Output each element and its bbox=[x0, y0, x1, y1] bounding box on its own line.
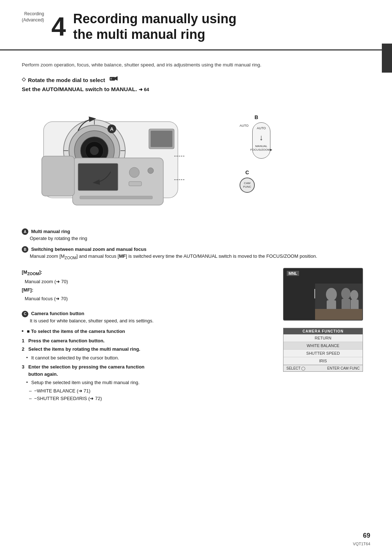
control-c: C CAM FUNC bbox=[240, 170, 255, 193]
auto-label: AUTO bbox=[240, 124, 249, 127]
svg-marker-1 bbox=[115, 76, 118, 81]
chapter-title-line2: the multi manual ring bbox=[73, 27, 205, 42]
camcorder-icon bbox=[110, 76, 118, 82]
svg-rect-18 bbox=[151, 131, 172, 147]
step1-heading: ◇ Rotate the mode dial to select bbox=[22, 76, 370, 83]
svg-point-22 bbox=[148, 168, 154, 174]
setup-note-text: Setup the selected item using the multi … bbox=[31, 380, 139, 385]
header-section: Recording (Advanced) 4 Recording manuall… bbox=[0, 0, 392, 50]
chapter-number: 4 bbox=[51, 13, 66, 40]
page-container: Recording (Advanced) 4 Recording manuall… bbox=[0, 0, 392, 554]
desc-b-title: Switching between manual zoom and manual… bbox=[31, 247, 147, 252]
desc-a: A Multi manual ring Operate by rotating … bbox=[22, 228, 370, 242]
label-a-circle: A bbox=[22, 228, 28, 235]
chapter-label: Recording (Advanced) bbox=[22, 11, 44, 42]
menu-item-shutter-speed: SHUTTER SPEED bbox=[283, 350, 363, 357]
select-items-heading: ■ To select the items of the camera func… bbox=[27, 329, 125, 334]
note-cursor: It cannot be selected by the cursor butt… bbox=[26, 354, 272, 362]
illustration-area: A bbox=[22, 100, 370, 217]
menu-item-return: RETURN bbox=[283, 334, 363, 342]
step1-text: Rotate the mode dial to select bbox=[28, 76, 118, 83]
cam-func-menu-header: CAMERA FUNCTION bbox=[283, 328, 363, 334]
diamond-icon: ◇ bbox=[22, 76, 26, 82]
doc-ref: VQT1T64 bbox=[353, 542, 370, 546]
desc-b: B Switching between manual zoom and manu… bbox=[22, 246, 370, 261]
svg-point-28 bbox=[326, 288, 337, 301]
footer-select: SELECT ◯ bbox=[286, 366, 306, 370]
label-c: C bbox=[245, 170, 249, 175]
controls-diagram: B AUTO AUTO ↓ MANUALFOCUS/ZOOM▶ bbox=[240, 114, 270, 193]
cam-func-button: CAM FUNC bbox=[240, 178, 255, 193]
control-b: B AUTO AUTO ↓ MANUALFOCUS/ZOOM▶ bbox=[240, 114, 270, 159]
intro-text: Perform zoom operation, focus, white bal… bbox=[22, 61, 370, 69]
mzoom-section: [MZOOM]: Manual zoom (➜ 70) [MF]: Manual… bbox=[22, 268, 272, 303]
svg-point-30 bbox=[341, 288, 351, 300]
menu-item-white-balance: WHITE BALANCE bbox=[283, 342, 363, 350]
select-items-list: ■ To select the items of the camera func… bbox=[22, 328, 272, 335]
sub-items-list: −WHITE BALANCE (➜ 71) −SHUTTER SPEED/IRI… bbox=[22, 387, 272, 403]
step2-cam-text: Select the items by rotating the multi m… bbox=[28, 346, 140, 352]
desc-c-title: Camera function button bbox=[31, 311, 85, 316]
svg-rect-34 bbox=[315, 309, 362, 320]
cam-func-menu: CAMERA FUNCTION RETURN WHITE BALANCE SHU… bbox=[283, 328, 363, 372]
setup-note: Setup the selected item using the multi … bbox=[26, 379, 272, 386]
camera-svg: A bbox=[22, 100, 211, 216]
mzoom-text: Manual zoom (➜ 70) bbox=[22, 277, 272, 286]
step3-list: 3 Enter the selection by pressing the ca… bbox=[22, 363, 272, 378]
svg-point-2 bbox=[110, 78, 112, 80]
svg-rect-23 bbox=[129, 182, 142, 186]
main-content: Perform zoom operation, focus, white bal… bbox=[0, 61, 392, 402]
mnl-label-text: MNL bbox=[287, 271, 299, 276]
mf-text: Manual focus (➜ 70) bbox=[22, 294, 272, 303]
cam-func-label: CAM FUNC bbox=[240, 182, 254, 188]
chapter-title: Recording manually using the multi manua… bbox=[73, 11, 236, 42]
label-b-circle: B bbox=[22, 246, 28, 253]
two-col-layout: [MZOOM]: Manual zoom (➜ 70) [MF]: Manual… bbox=[22, 268, 370, 402]
step1-cam-text: Press the camera function button. bbox=[28, 338, 105, 343]
chapter-tab bbox=[382, 44, 392, 73]
svg-point-9 bbox=[90, 146, 99, 155]
cam-func-section: C Camera function button It is used for … bbox=[22, 310, 272, 402]
shutter-speed-item: −SHUTTER SPEED/IRIS (➜ 72) bbox=[29, 395, 272, 403]
cursor-note-text: It cannot be selected by the cursor butt… bbox=[31, 355, 119, 360]
shutter-speed-text: −SHUTTER SPEED/IRIS (➜ 72) bbox=[34, 396, 102, 401]
desc-c: C Camera function button It is used for … bbox=[22, 310, 272, 324]
chapter-title-line1: Recording manually using bbox=[73, 11, 236, 26]
step2-heading: Set the AUTO/MANUAL switch to MANUAL. ➜ … bbox=[22, 86, 370, 93]
white-balance-text: −WHITE BALANCE (➜ 71) bbox=[34, 388, 90, 394]
label-c-circle: C bbox=[22, 311, 28, 317]
mnl-display: MNL MF bbox=[283, 268, 363, 321]
description-section: A Multi manual ring Operate by rotating … bbox=[22, 228, 370, 261]
svg-rect-24 bbox=[80, 196, 152, 199]
step3-text: Enter the selection by pressing the came… bbox=[28, 364, 144, 377]
menu-item-iris: IRIS bbox=[283, 357, 363, 365]
mf-label: [MF]: bbox=[22, 287, 33, 293]
mzoom-label: [MZOOM]: bbox=[22, 269, 42, 275]
setup-note-list: Setup the selected item using the multi … bbox=[22, 379, 272, 386]
page-number: 69 bbox=[363, 532, 370, 539]
step2-ref: ➜ 64 bbox=[139, 87, 149, 92]
people-svg bbox=[315, 284, 362, 320]
svg-point-32 bbox=[350, 290, 358, 300]
footer-enter: ENTER CAM FUNC bbox=[327, 366, 360, 370]
svg-rect-19 bbox=[78, 163, 118, 191]
step2-text: Set the AUTO/MANUAL switch to MANUAL. ➜ … bbox=[22, 86, 149, 92]
advanced-label: (Advanced) bbox=[22, 17, 44, 23]
white-balance-item: −WHITE BALANCE (➜ 71) bbox=[29, 387, 272, 395]
col-right: MNL MF bbox=[283, 268, 370, 402]
svg-rect-20 bbox=[42, 156, 74, 196]
step-2-item: 2 Select the items by rotating the multi… bbox=[22, 346, 272, 353]
label-b: B bbox=[254, 114, 258, 120]
step-1-item: 1 Press the camera function button. bbox=[22, 337, 272, 345]
step-3-item: 3 Enter the selection by pressing the ca… bbox=[22, 363, 272, 378]
cam-func-menu-footer: SELECT ◯ ENTER CAM FUNC bbox=[283, 365, 363, 371]
desc-b-text: Manual zoom [MZOOM] and manual focus [MF… bbox=[22, 253, 317, 261]
note-list: It cannot be selected by the cursor butt… bbox=[22, 354, 272, 362]
svg-text:A: A bbox=[110, 126, 114, 132]
switch-auto: AUTO bbox=[257, 126, 266, 130]
desc-c-text: It is used for white balance, shutter sp… bbox=[22, 317, 154, 325]
recording-label: Recording bbox=[24, 11, 44, 17]
switch-manual: MANUALFOCUS/ZOOM▶ bbox=[250, 144, 272, 151]
col-left: [MZOOM]: Manual zoom (➜ 70) [MF]: Manual… bbox=[22, 268, 272, 402]
camera-illustration-container: A bbox=[22, 100, 225, 217]
